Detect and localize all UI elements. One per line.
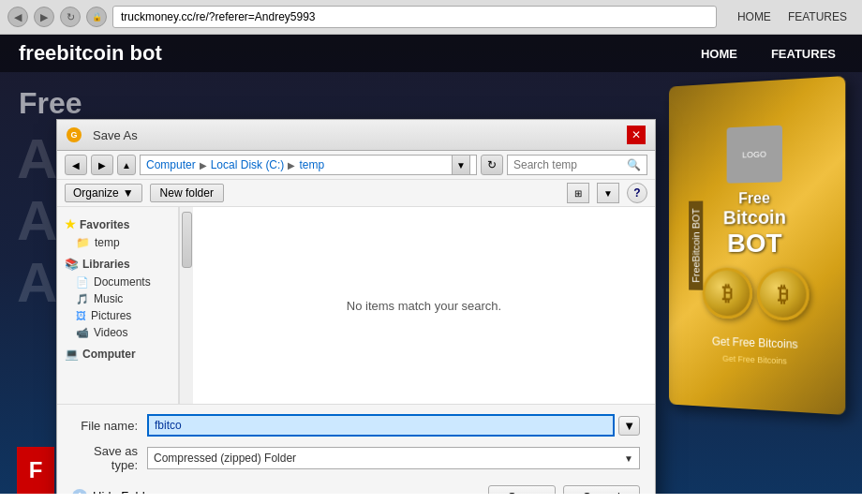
- sidebar-scrollbar[interactable]: [179, 207, 193, 404]
- filename-dropdown-btn[interactable]: ▼: [618, 416, 640, 436]
- favorites-header[interactable]: ★ Favorites: [57, 215, 178, 234]
- libraries-header[interactable]: 📚 Libraries: [57, 255, 178, 274]
- organize-button[interactable]: Organize ▼: [65, 184, 142, 202]
- footer-bottom: ⬆ Hide Folders Save Cancel: [72, 480, 640, 494]
- hide-folders-row[interactable]: ⬆ Hide Folders: [72, 485, 162, 495]
- product-bot: BOT: [723, 229, 786, 259]
- nav-features-link[interactable]: FEATURES: [764, 43, 843, 65]
- coin-2: ₿: [756, 268, 809, 321]
- breadcrumb-computer[interactable]: Computer: [146, 158, 196, 171]
- save-as-dialog: G Save As ✕ ◀ ▶ ▲ Computer ▶ Local Disk …: [56, 119, 656, 494]
- sidebar-temp-label: temp: [95, 236, 120, 249]
- product-free: Free: [723, 189, 786, 207]
- sidebar-videos-label: Videos: [94, 326, 127, 339]
- documents-icon: 📄: [76, 276, 89, 289]
- product-tagline: Get Free Bitcoins: [722, 354, 787, 366]
- refresh-button[interactable]: ↻: [60, 7, 81, 27]
- dialog-titlebar: G Save As ✕: [57, 120, 655, 151]
- music-icon: 🎵: [76, 293, 89, 305]
- dialog-toolbar: Organize ▼ New folder ⊞ ▼ ?: [57, 180, 655, 207]
- hide-folders-icon: ⬆: [72, 489, 87, 495]
- breadcrumb-bar[interactable]: Computer ▶ Local Disk (C:) ▶ temp ▼: [140, 155, 477, 175]
- cancel-button[interactable]: Cancel: [563, 485, 640, 494]
- home-button[interactable]: 🔒: [86, 7, 107, 27]
- filename-input[interactable]: [147, 414, 615, 437]
- product-logo-small: LOGO: [727, 126, 782, 184]
- breadcrumb-temp[interactable]: temp: [299, 158, 324, 171]
- forward-button[interactable]: ▶: [34, 7, 54, 27]
- dialog-close-button[interactable]: ✕: [627, 126, 646, 144]
- product-title: Free Bitcoin BOT: [723, 189, 786, 259]
- dialog-addressbar: ◀ ▶ ▲ Computer ▶ Local Disk (C:) ▶ temp …: [57, 151, 655, 180]
- computer-label: Computer: [82, 348, 136, 361]
- dialog-title-text: G Save As: [67, 127, 138, 142]
- product-bitcoin: Bitcoin: [723, 207, 786, 230]
- libraries-label: Libraries: [82, 258, 130, 271]
- dialog-google-icon: G: [67, 127, 82, 142]
- search-input[interactable]: [513, 158, 623, 171]
- dialog-back-btn[interactable]: ◀: [65, 155, 87, 175]
- savetype-dropdown[interactable]: Compressed (zipped) Folder ▼: [147, 447, 640, 469]
- filename-label: File name:: [72, 419, 147, 433]
- videos-icon: 📹: [76, 327, 89, 339]
- hide-folders-label: Hide Folders: [93, 489, 162, 494]
- view-icon-btn[interactable]: ⊞: [567, 183, 589, 203]
- browser-menu: HOME FEATURES: [730, 8, 855, 25]
- search-icon[interactable]: 🔍: [627, 158, 641, 171]
- bitcoin-coins: ₿ ₿: [702, 268, 809, 321]
- address-bar[interactable]: [112, 6, 717, 28]
- libraries-section: 📚 Libraries 📄 Documents 🎵 Music 🖼 Pictur…: [57, 255, 178, 341]
- sidebar-item-temp[interactable]: 📁 temp: [57, 234, 178, 251]
- product-box-inner: FreeBitcoin BOT LOGO Free Bitcoin BOT ₿ …: [669, 76, 845, 415]
- breadcrumb-dropdown[interactable]: ▼: [452, 155, 470, 175]
- organize-arrow: ▼: [123, 186, 134, 200]
- savetype-arrow: ▼: [624, 453, 633, 464]
- computer-icon: 💻: [65, 348, 79, 361]
- dialog-body: ★ Favorites 📁 temp 📚 Libraries 📄: [57, 207, 655, 404]
- sidebar-music-label: Music: [94, 292, 123, 305]
- libraries-icon: 📚: [65, 258, 79, 271]
- no-items-message: No items match your search.: [347, 299, 501, 313]
- help-button[interactable]: ?: [627, 183, 647, 203]
- browser-toolbar: ◀ ▶ ↻ 🔒 HOME FEATURES: [0, 0, 862, 35]
- scroll-thumb[interactable]: [182, 212, 192, 268]
- product-side-text: FreeBitcoin BOT: [689, 200, 703, 289]
- logo-bitcoin: bitcoin: [56, 41, 124, 65]
- save-button[interactable]: Save: [488, 485, 556, 494]
- nav-home-link[interactable]: HOME: [693, 43, 745, 65]
- coin-1: ₿: [702, 268, 751, 319]
- sidebar-documents[interactable]: 📄 Documents: [57, 274, 178, 290]
- logo-bot: bot: [124, 41, 161, 65]
- breadcrumb-disk[interactable]: Local Disk (C:): [211, 158, 285, 171]
- computer-header[interactable]: 💻 Computer: [57, 345, 178, 363]
- dialog-refresh-btn[interactable]: ↻: [481, 155, 503, 175]
- computer-section: 💻 Computer: [57, 345, 178, 363]
- sidebar-documents-label: Documents: [94, 275, 151, 289]
- bg-letters: AAA: [17, 128, 57, 314]
- sidebar-videos[interactable]: 📹 Videos: [57, 324, 178, 341]
- page-background: freebitcoin bot HOME FEATURES Free AAA F…: [0, 35, 862, 494]
- favorites-star-icon: ★: [65, 217, 76, 231]
- breadcrumb-sep-2: ▶: [288, 160, 295, 170]
- sidebar-pictures[interactable]: 🖼 Pictures: [57, 307, 178, 324]
- footer-buttons: Save Cancel: [488, 480, 640, 494]
- dialog-forward-btn[interactable]: ▶: [91, 155, 113, 175]
- temp-folder-icon: 📁: [76, 236, 90, 249]
- nav-features[interactable]: FEATURES: [780, 8, 855, 25]
- nav-links: HOME FEATURES: [693, 43, 843, 65]
- organize-label: Organize: [73, 186, 119, 200]
- filename-row: File name: ▼: [72, 414, 640, 437]
- sidebar-music[interactable]: 🎵 Music: [57, 290, 178, 307]
- savetype-value: Compressed (zipped) Folder: [154, 452, 296, 465]
- site-navbar: freebitcoin bot HOME FEATURES: [0, 35, 862, 72]
- product-box: FreeBitcoin BOT LOGO Free Bitcoin BOT ₿ …: [665, 82, 843, 447]
- view-dropdown-btn[interactable]: ▼: [597, 183, 619, 203]
- nav-home[interactable]: HOME: [730, 8, 779, 25]
- dialog-footer: File name: ▼ Save as type: Compressed (z…: [57, 404, 655, 494]
- savetype-label: Save as type:: [72, 444, 147, 472]
- search-box[interactable]: 🔍: [507, 155, 647, 175]
- back-button[interactable]: ◀: [7, 7, 28, 27]
- new-folder-button[interactable]: New folder: [150, 184, 224, 202]
- dialog-up-btn[interactable]: ▲: [117, 155, 136, 175]
- product-subtitle: Get Free Bitcoins: [712, 334, 798, 350]
